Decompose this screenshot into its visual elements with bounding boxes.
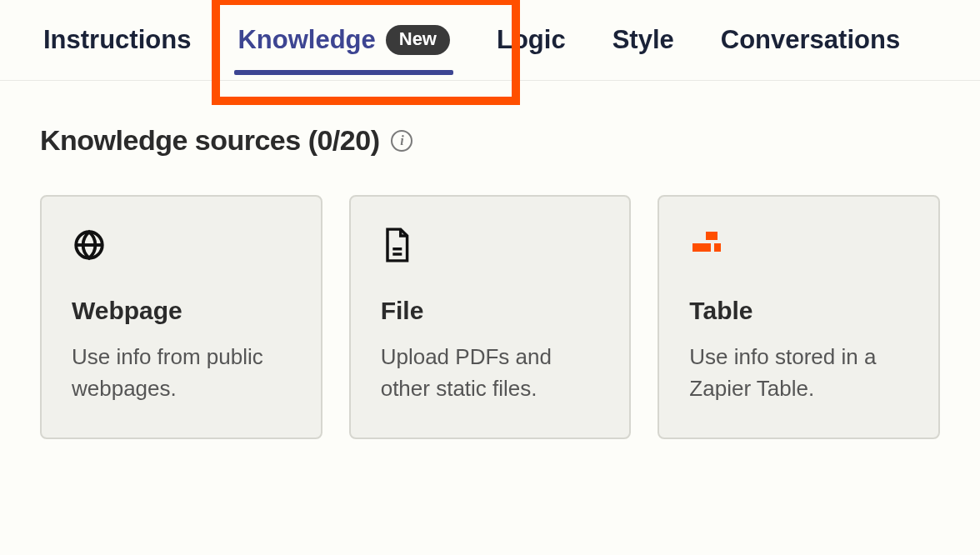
tab-instructions[interactable]: Instructions — [40, 15, 194, 80]
source-cards: Webpage Use info from public webpages. F… — [40, 195, 940, 439]
card-file[interactable]: File Upload PDFs and other static files. — [349, 195, 632, 439]
file-icon — [381, 227, 603, 263]
tab-logic[interactable]: Logic — [493, 15, 569, 80]
info-icon[interactable]: i — [391, 130, 412, 152]
card-title: Webpage — [72, 297, 294, 325]
card-webpage[interactable]: Webpage Use info from public webpages. — [40, 195, 322, 439]
tab-label: Conversations — [721, 25, 900, 55]
tab-label: Knowledge — [238, 25, 375, 55]
knowledge-section: Knowledge sources (0/20) i Webpage Use i… — [0, 81, 980, 472]
tab-label: Instructions — [43, 25, 191, 55]
tab-label: Logic — [497, 25, 566, 55]
tab-knowledge[interactable]: Knowledge New — [234, 15, 453, 80]
globe-icon — [72, 227, 294, 263]
tab-conversations[interactable]: Conversations — [718, 15, 903, 80]
card-description: Upload PDFs and other static files. — [381, 342, 603, 404]
card-title: Table — [689, 297, 912, 325]
card-title: File — [381, 297, 603, 325]
section-title: Knowledge sources (0/20) — [40, 124, 379, 157]
card-description: Use info stored in a Zapier Table. — [689, 342, 912, 404]
card-description: Use info from public webpages. — [72, 342, 294, 404]
section-header: Knowledge sources (0/20) i — [40, 124, 940, 157]
tab-bar: Instructions Knowledge New Logic Style C… — [0, 0, 980, 81]
tab-style[interactable]: Style — [609, 15, 678, 80]
tab-label: Style — [612, 25, 674, 55]
table-icon — [689, 227, 912, 263]
card-table[interactable]: Table Use info stored in a Zapier Table. — [658, 195, 940, 439]
new-badge: New — [386, 25, 450, 55]
